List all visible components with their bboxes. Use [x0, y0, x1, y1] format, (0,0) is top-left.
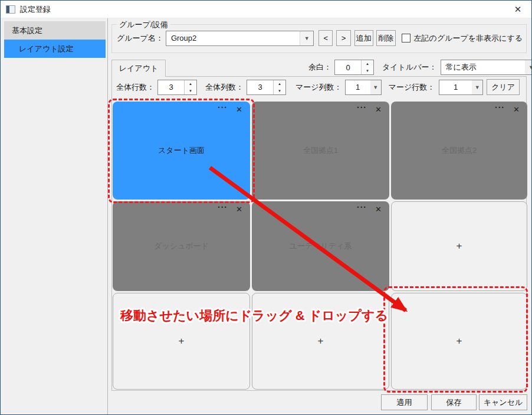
merge-rows-label: マージ行数：: [389, 82, 435, 93]
total-cols-stepper[interactable]: 3 ▲ ▼: [247, 80, 286, 95]
spin-up-icon[interactable]: ▲: [362, 60, 373, 67]
merge-cols-label: マージ列数：: [295, 82, 342, 93]
titlebar-mode-value: 常に表示: [441, 60, 525, 74]
margin-stepper[interactable]: 0 ▲ ▼: [334, 60, 374, 75]
add-panel-icon[interactable]: +: [252, 293, 389, 389]
grid-cell-empty[interactable]: +: [391, 201, 527, 291]
sidebar-item-label: レイアウト設定: [19, 44, 74, 54]
main-panel: グループ/設備 グループ名： Group2 ▼ < > 追加 削除 左記のグルー…: [108, 18, 531, 414]
cell-label: ユーティリティ系: [252, 201, 389, 291]
grid-cell-utility[interactable]: ··· ✕ ユーティリティ系: [252, 201, 389, 291]
spin-up-icon[interactable]: ▲: [274, 80, 285, 87]
sidebar-item-label: 基本設定: [12, 25, 42, 36]
hide-group-checkbox[interactable]: [402, 34, 411, 43]
add-panel-icon[interactable]: +: [392, 293, 527, 389]
group-row: グループ名： Group2 ▼ < > 追加 削除 左記のグループを非表示にする: [117, 30, 523, 46]
delete-group-button[interactable]: 削除: [376, 30, 395, 46]
chevron-down-icon[interactable]: ▼: [370, 80, 381, 94]
stepper-buttons: ▲ ▼: [361, 60, 373, 74]
spin-down-icon[interactable]: ▼: [185, 87, 196, 94]
group-equipment-box: グループ/設備 グループ名： Group2 ▼ < > 追加 削除 左記のグルー…: [111, 24, 527, 53]
chevron-down-icon[interactable]: ▼: [525, 60, 532, 74]
add-panel-icon[interactable]: +: [392, 202, 527, 290]
cell-label: スタート画面: [113, 102, 250, 200]
group-name-value: Group2: [166, 31, 300, 45]
title-bar: 設定登録 ✕: [1, 1, 531, 18]
sidebar-item-basic-settings[interactable]: 基本設定: [4, 21, 106, 40]
margin-value: 0: [335, 60, 361, 74]
clear-button[interactable]: クリア: [487, 79, 520, 95]
group-name-label: グループ名：: [117, 33, 163, 44]
grid-cell-start-screen[interactable]: ··· ✕ スタート画面: [113, 102, 250, 200]
cell-label: ダッシュボード: [113, 201, 250, 291]
prev-group-button[interactable]: <: [318, 30, 333, 46]
hide-group-checkbox-label: 左記のグループを非表示にする: [414, 33, 523, 44]
app-window-icon: [6, 5, 15, 14]
chevron-down-icon[interactable]: ▼: [472, 80, 482, 94]
merge-cols-value: 1: [346, 80, 370, 94]
titlebar-mode-label: タイトルバー：: [382, 62, 437, 73]
cancel-button[interactable]: キャンセル: [479, 394, 527, 410]
save-button[interactable]: 保存: [431, 394, 477, 410]
merge-cols-select[interactable]: 1 ▼: [345, 80, 382, 95]
margin-label: 余白：: [308, 62, 331, 73]
next-group-button[interactable]: >: [336, 30, 350, 46]
grid-cell-empty[interactable]: +: [252, 293, 389, 390]
window-title: 設定登録: [20, 4, 51, 15]
titlebar-mode-select[interactable]: 常に表示 ▼: [441, 60, 532, 75]
tab-label: レイアウト: [119, 63, 159, 74]
spin-down-icon[interactable]: ▼: [362, 67, 373, 74]
grid-cell-national-site2[interactable]: ··· ✕ 全国拠点2: [391, 102, 527, 200]
window-close-icon[interactable]: ✕: [504, 1, 531, 18]
total-rows-stepper[interactable]: 3 ▲ ▼: [157, 80, 197, 95]
spin-up-icon[interactable]: ▲: [185, 80, 196, 87]
merge-rows-select[interactable]: 1 ▼: [439, 80, 483, 95]
spin-down-icon[interactable]: ▼: [274, 87, 285, 94]
settings-sidebar: 基本設定 レイアウト設定: [1, 18, 108, 414]
group-name-select[interactable]: Group2 ▼: [166, 31, 314, 46]
stepper-buttons: ▲ ▼: [273, 80, 285, 94]
cell-label: 全国拠点1: [252, 102, 389, 200]
cell-label: 全国拠点2: [391, 102, 527, 200]
grid-cell-empty-target[interactable]: +: [391, 293, 527, 390]
grid-cell-empty[interactable]: +: [113, 293, 250, 390]
tab-strip-controls: 余白： 0 ▲ ▼ タイトルバー： 常に表示 ▼: [308, 59, 532, 76]
total-rows-label: 全体行数：: [116, 82, 155, 93]
grid-cell-dashboard[interactable]: ··· ✕ ダッシュボード: [113, 201, 250, 291]
layout-controls-row: 全体行数： 3 ▲ ▼ 全体列数： 3 ▲ ▼ マージ列数： 1 ▼: [116, 79, 520, 95]
group-box-title: グループ/設備: [117, 19, 170, 30]
tab-layout[interactable]: レイアウト: [111, 60, 166, 77]
total-cols-label: 全体列数：: [205, 82, 244, 93]
add-group-button[interactable]: 追加: [354, 30, 373, 46]
total-cols-value: 3: [247, 80, 273, 94]
stepper-buttons: ▲ ▼: [184, 80, 196, 94]
apply-button[interactable]: 適用: [381, 394, 428, 410]
layout-grid: ··· ✕ スタート画面 ··· ✕ 全国拠点1 ··· ✕ 全国拠点2 ···…: [113, 102, 527, 390]
settings-dialog: 設定登録 ✕ 基本設定 レイアウト設定 グループ/設備 グループ名： Group…: [0, 0, 532, 415]
chevron-down-icon[interactable]: ▼: [300, 31, 313, 45]
sidebar-item-layout-settings[interactable]: レイアウト設定: [4, 40, 106, 58]
grid-cell-national-site1[interactable]: ··· ✕ 全国拠点1: [252, 102, 389, 200]
add-panel-icon[interactable]: +: [113, 293, 249, 389]
merge-rows-value: 1: [439, 80, 472, 94]
total-rows-value: 3: [158, 80, 184, 94]
